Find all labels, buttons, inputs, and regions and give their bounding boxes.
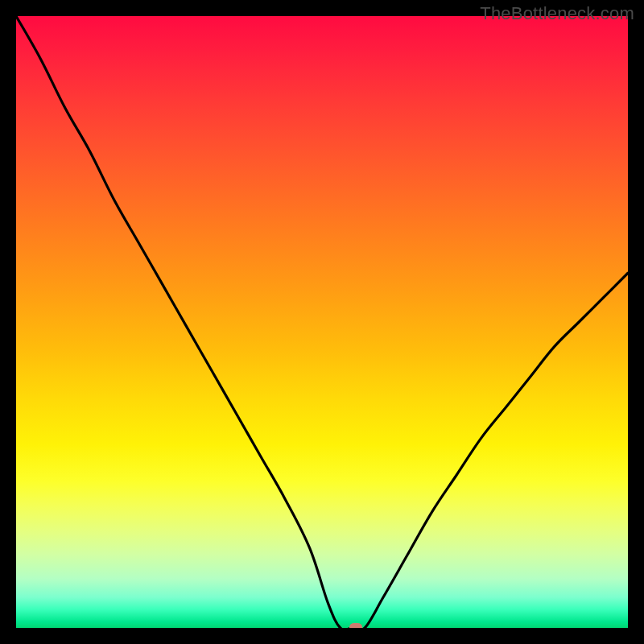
- optimum-marker: [349, 623, 362, 628]
- watermark-text: TheBottleneck.com: [480, 3, 634, 24]
- bottleneck-curve: [16, 16, 628, 628]
- chart-frame: TheBottleneck.com: [0, 0, 644, 644]
- plot-area: [16, 16, 628, 628]
